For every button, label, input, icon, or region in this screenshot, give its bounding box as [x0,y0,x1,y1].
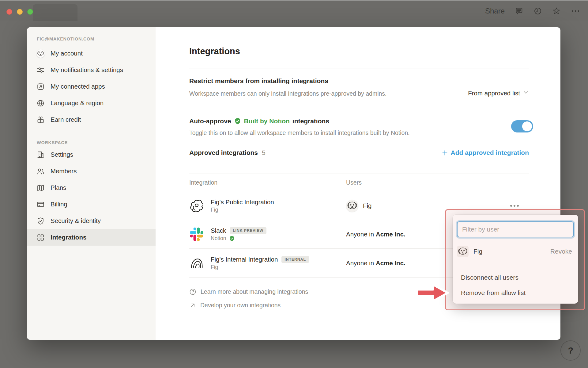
external-link-box-icon [36,82,45,91]
menu-item-disconnect-all-users[interactable]: Disconnect all users [457,270,574,285]
user-avatar [346,200,358,212]
users-scope: Anyone in Acme Inc. [346,231,405,238]
slack-logo-icon [189,227,204,242]
revoke-button[interactable]: Revoke [550,248,572,255]
minimize-window-button[interactable] [17,9,23,15]
integration-name: Slack [211,227,226,234]
chevron-down-icon [523,89,529,97]
gift-icon [36,116,45,124]
column-integration: Integration [189,179,217,186]
user-avatar [457,246,469,257]
sidebar-item-notifications-settings[interactable]: My notifications & settings [27,62,156,78]
sidebar-item-my-account[interactable]: My account [27,45,156,62]
integration-owner: Fig [211,264,218,270]
develop-integrations-link[interactable]: Develop your own integrations [189,302,281,309]
globe-icon [36,99,45,107]
verified-shield-icon [234,117,241,125]
building-icon [36,151,45,159]
question-circle-icon [189,288,196,295]
sidebar-item-label: My notifications & settings [51,66,123,74]
members-icon [36,167,45,175]
sidebar-item-label: Language & region [51,99,104,107]
restrict-setting-title: Restrict members from installing integra… [189,77,328,85]
menu-item-remove-from-allow-list[interactable]: Remove from allow list [457,285,574,301]
credit-card-icon [36,200,45,209]
workspace-section-heading: WORKSPACE [37,140,156,145]
column-users: Users [346,179,362,186]
verified-shield-icon [229,236,235,242]
sidebar-item-label: Members [51,167,77,175]
integration-owner: Notion [211,235,226,242]
integration-name: Fig's Internal Integration [211,256,278,263]
arcs-doodle-icon [189,256,204,270]
sidebar-item-earn-credit[interactable]: Earn credit [27,111,156,128]
share-button[interactable]: Share [485,7,505,15]
sidebar-item-security-identity[interactable]: Security & identity [27,213,156,229]
window-titlebar: Share [0,0,588,21]
popup-user-row[interactable]: Fig Revoke [457,243,574,259]
more-options-icon[interactable] [571,7,580,15]
browser-tab [33,4,77,21]
zoom-window-button[interactable] [27,9,33,15]
user-menu-popup: Fig Revoke Disconnect all users Remove f… [453,215,578,304]
sidebar-item-label: Billing [51,201,67,208]
arrow-up-right-icon [189,302,196,309]
learn-more-link[interactable]: Learn more about managing integrations [189,288,308,295]
screen: Share [0,0,588,368]
sidebar-item-language-region[interactable]: Language & region [27,95,156,111]
sidebar-item-integrations[interactable]: Integrations [27,229,156,246]
sidebar-item-plans[interactable]: Plans [27,179,156,196]
favorite-star-icon[interactable] [552,7,561,15]
integration-name: Fig's Public Integration [211,198,274,206]
sidebar-item-label: Earn credit [51,116,81,123]
table-header: Integration Users [189,179,529,186]
sliders-icon [36,66,45,74]
close-window-button[interactable] [6,9,12,15]
auto-approve-description: Toggle this on to allow all workspace me… [189,129,410,136]
built-by-notion-label: Built by Notion [244,117,290,125]
integration-owner: Fig [211,207,218,213]
updates-clock-icon[interactable] [533,7,542,15]
filter-by-user-input[interactable] [457,221,574,237]
restrict-setting-description: Workspace members can only install integ… [189,89,407,99]
settings-sidebar: FIG@MAKENOTION.COM My account [27,27,156,340]
auto-approve-suffix: integrations [292,117,329,125]
sidebar-item-label: Security & identity [51,217,101,224]
sidebar-item-members[interactable]: Members [27,163,156,179]
approved-integrations-count: 5 [262,149,266,156]
add-approved-integration-label: Add approved integration [450,149,529,156]
popup-user-name: Fig [473,248,482,255]
add-approved-integration-button[interactable]: Add approved integration [442,149,529,156]
divider [453,265,578,265]
sidebar-item-label: Settings [51,151,73,158]
internal-badge: INTERNAL [281,256,309,263]
divider [189,174,529,174]
shield-check-icon [36,217,45,225]
account-email-label: FIG@MAKENOTION.COM [37,36,156,41]
divider [189,68,529,68]
help-button[interactable]: ? [560,340,581,361]
auto-approve-toggle[interactable] [511,120,533,132]
approved-integrations-title: Approved integrations [189,149,258,156]
user-name: Fig [363,202,371,209]
learn-more-label: Learn more about managing integrations [201,288,308,295]
restrict-dropdown[interactable]: From approved list [468,89,529,97]
sidebar-item-label: My account [51,50,83,57]
scribble-doodle-icon [189,198,204,213]
link-preview-badge: LINK PREVIEW [230,227,266,234]
map-icon [36,184,45,192]
plus-icon [442,150,448,156]
sidebar-item-billing[interactable]: Billing [27,196,156,213]
restrict-dropdown-value: From approved list [468,90,520,97]
row-actions-button[interactable] [508,203,521,209]
sidebar-item-label: My connected apps [51,83,105,90]
sidebar-item-label: Integrations [51,234,86,241]
auto-approve-prefix: Auto-approve [189,117,231,125]
toggle-knob [522,121,532,131]
page-title: Integrations [189,46,240,56]
sidebar-item-connected-apps[interactable]: My connected apps [27,78,156,95]
comments-icon[interactable] [515,7,523,15]
sidebar-item-settings[interactable]: Settings [27,146,156,163]
auto-approve-title: Auto-approve Built by Notion integration… [189,117,329,125]
develop-integrations-label: Develop your own integrations [200,302,281,309]
